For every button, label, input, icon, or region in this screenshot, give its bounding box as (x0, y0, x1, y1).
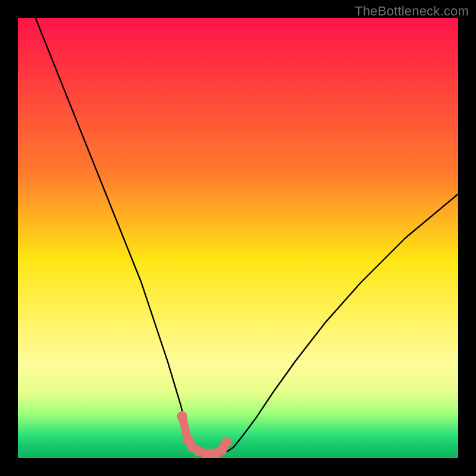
chart-background (18, 18, 458, 458)
chart-frame: TheBottleneck.com (0, 0, 476, 476)
chart-svg (18, 18, 458, 458)
chart-plot-area (18, 18, 458, 458)
watermark-text: TheBottleneck.com (355, 4, 469, 19)
